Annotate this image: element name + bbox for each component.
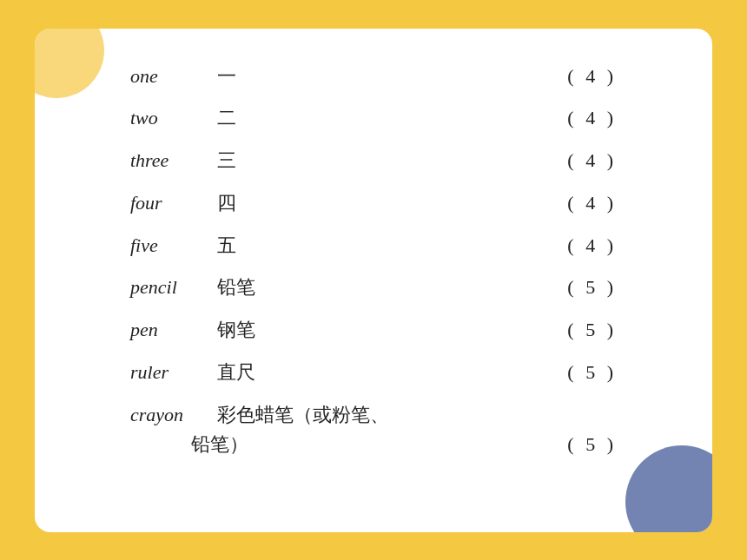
vocab-row: pen钢笔( 5 ) <box>130 317 617 344</box>
score-badge: ( 4 ) <box>567 233 617 260</box>
chinese-char: 彩色蜡笔（或粉笔、 <box>217 402 408 428</box>
indent-spacer <box>130 433 182 456</box>
score-badge: ( 4 ) <box>567 63 617 90</box>
english-word: one <box>130 63 208 90</box>
score-badge: ( 5 ) <box>567 274 617 301</box>
chinese-char: 四 <box>217 190 408 217</box>
corner-decoration-top-left <box>35 29 104 98</box>
english-word: ruler <box>130 359 208 386</box>
chinese-char-continued: 铅笔） <box>191 432 382 458</box>
vocab-content: one一( 4 )two二( 4 )three三( 4 )four四( 4 )f… <box>130 63 617 473</box>
english-word: pencil <box>130 274 208 301</box>
chinese-char: 三 <box>217 148 408 175</box>
corner-decoration-bottom-right <box>625 445 712 532</box>
vocab-row: three三( 4 ) <box>130 148 617 175</box>
chinese-char: 直尺 <box>217 359 408 386</box>
score-badge: ( 4 ) <box>567 190 617 217</box>
english-word: four <box>130 190 208 217</box>
score-badge: ( 5 ) <box>567 359 617 386</box>
vocab-row-multiline: crayon彩色蜡笔（或粉笔、 铅笔）( 5 ) <box>130 402 617 458</box>
score-badge: ( 5 ) <box>567 317 617 344</box>
vocab-row: five五( 4 ) <box>130 233 617 260</box>
score-badge: ( 5 ) <box>567 433 617 456</box>
english-word: three <box>130 148 208 175</box>
chinese-char: 铅笔 <box>217 274 408 301</box>
english-word: two <box>130 105 208 132</box>
chinese-char: 一 <box>217 63 408 90</box>
slide-card: one一( 4 )two二( 4 )three三( 4 )four四( 4 )f… <box>35 29 712 532</box>
chinese-char: 五 <box>217 233 408 260</box>
english-word: five <box>130 233 208 260</box>
score-badge: ( 4 ) <box>567 148 617 175</box>
score-badge: ( 4 ) <box>567 105 617 132</box>
vocab-row: two二( 4 ) <box>130 105 617 132</box>
chinese-char: 二 <box>217 105 408 132</box>
vocab-row: one一( 4 ) <box>130 63 617 90</box>
english-word: pen <box>130 317 208 344</box>
vocab-row: ruler直尺( 5 ) <box>130 359 617 386</box>
english-word: crayon <box>130 404 208 426</box>
vocab-row: four四( 4 ) <box>130 190 617 217</box>
vocab-row: pencil铅笔( 5 ) <box>130 274 617 301</box>
chinese-char: 钢笔 <box>217 317 408 344</box>
